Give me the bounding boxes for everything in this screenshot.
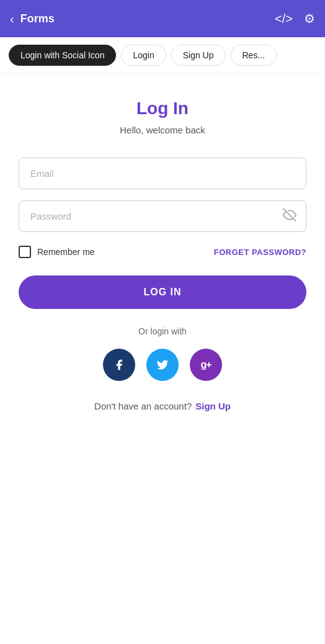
- signup-row: Don't have an account? Sign Up: [94, 401, 231, 411]
- header-right: </> ⚙: [275, 11, 315, 26]
- twitter-button[interactable]: [146, 349, 179, 381]
- tab-signup[interactable]: Sign Up: [171, 45, 226, 66]
- tabs-bar: Login with Social Icon Login Sign Up Res…: [0, 37, 325, 74]
- header-title: Forms: [20, 12, 55, 25]
- back-icon[interactable]: ‹: [10, 12, 14, 26]
- tab-login-social[interactable]: Login with Social Icon: [9, 45, 116, 66]
- email-input-wrapper: [19, 158, 306, 189]
- google-button[interactable]: g+: [190, 349, 222, 381]
- google-icon-label: g+: [200, 359, 211, 370]
- remember-left: Remember me: [19, 246, 95, 258]
- tab-login[interactable]: Login: [121, 45, 166, 66]
- signup-link[interactable]: Sign Up: [195, 401, 231, 411]
- login-subtitle: Hello, welcome back: [120, 125, 205, 135]
- password-input-wrapper: [19, 200, 306, 232]
- password-input[interactable]: [19, 200, 306, 232]
- tab-reset[interactable]: Res...: [231, 45, 277, 66]
- login-button[interactable]: LOG IN: [19, 275, 306, 309]
- eye-icon[interactable]: [283, 208, 296, 225]
- email-field-group: [19, 158, 306, 189]
- main-content: Log In Hello, welcome back Remember me F…: [0, 74, 325, 436]
- header: ‹ Forms </> ⚙: [0, 0, 325, 37]
- gear-icon[interactable]: ⚙: [304, 11, 315, 26]
- code-icon[interactable]: </>: [275, 12, 293, 26]
- header-left: ‹ Forms: [10, 12, 55, 26]
- facebook-button[interactable]: [103, 349, 135, 381]
- forget-password-link[interactable]: FORGET PASSWORD?: [214, 248, 306, 257]
- or-text: Or login with: [138, 326, 187, 336]
- remember-label: Remember me: [37, 247, 95, 257]
- login-title: Log In: [136, 99, 189, 119]
- social-icons: g+: [103, 349, 222, 381]
- remember-row: Remember me FORGET PASSWORD?: [19, 246, 306, 258]
- email-input[interactable]: [19, 158, 306, 189]
- no-account-text: Don't have an account?: [94, 401, 192, 411]
- password-field-group: [19, 200, 306, 232]
- remember-checkbox[interactable]: [19, 246, 31, 258]
